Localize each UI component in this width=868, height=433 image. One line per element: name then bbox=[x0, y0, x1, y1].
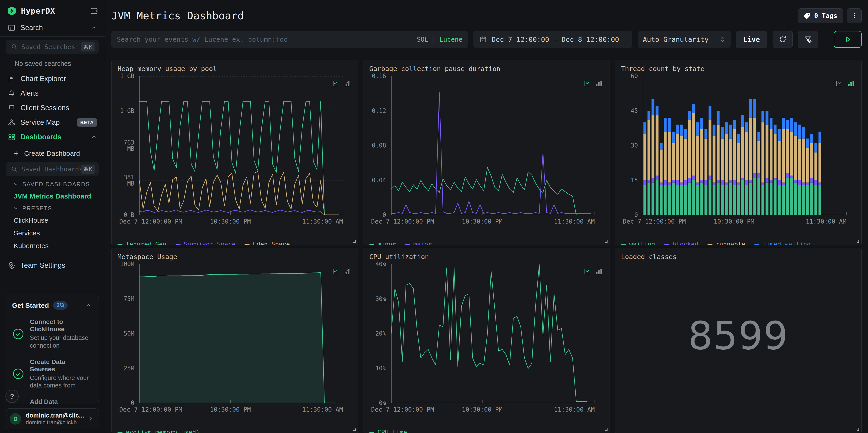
panel-metaspace-usage: Metaspace Usage 100M75M50M25M0Dec 7 12:0… bbox=[111, 248, 358, 433]
page-title: JVM Metrics Dashboard bbox=[111, 9, 244, 22]
event-search-box[interactable]: SQL | Lucene bbox=[111, 31, 468, 48]
chevron-right-icon bbox=[87, 415, 94, 422]
more-options-button[interactable] bbox=[847, 8, 862, 23]
legend-item[interactable]: major bbox=[405, 241, 432, 245]
section-header-label: SAVED DASHBOARDS bbox=[22, 181, 90, 188]
legend-item[interactable]: waiting bbox=[621, 241, 655, 245]
date-range-picker[interactable]: Dec 7 12:00:00 - Dec 8 12:00:00 bbox=[473, 31, 632, 48]
bar-chart-icon[interactable] bbox=[847, 80, 855, 87]
legend-item[interactable]: Survivor Space bbox=[176, 241, 236, 245]
main-content: JVM Metrics Dashboard 0 Tags bbox=[105, 0, 868, 433]
sidebar-item-alerts[interactable]: Client Sessions Alerts bbox=[0, 86, 105, 101]
legend-item[interactable]: runnable bbox=[708, 241, 745, 245]
x-axis-label: 10:30:00 PM bbox=[462, 218, 502, 225]
sidebar-item-team-settings[interactable]: Team Settings bbox=[0, 258, 105, 273]
legend-item[interactable]: CPU time bbox=[369, 429, 407, 433]
resize-handle[interactable] bbox=[857, 240, 859, 243]
chart-area: 40%30%20%10%0%Dec 7 12:00:00 PM10:30:00 … bbox=[369, 264, 604, 426]
line-chart-icon[interactable] bbox=[584, 80, 591, 87]
preset-label: Services bbox=[14, 229, 40, 237]
get-started-step-add-data[interactable]: Add Data Start sending logs, metrics, or… bbox=[12, 398, 92, 404]
panel-view-toggle bbox=[584, 268, 603, 275]
step-title: Create Data Sources bbox=[30, 358, 92, 373]
line-chart-icon[interactable] bbox=[332, 268, 339, 275]
create-dashboard-button[interactable]: Create Dashboard bbox=[0, 147, 105, 160]
chevron-up-icon[interactable] bbox=[85, 302, 92, 309]
resize-handle[interactable] bbox=[857, 428, 859, 431]
saved-dashboards-searchbox[interactable]: ⌘K bbox=[6, 162, 99, 176]
sidebar-item-dashboards[interactable]: Dashboards bbox=[0, 130, 105, 144]
service-map-icon bbox=[8, 119, 16, 126]
live-button[interactable]: Live bbox=[736, 31, 767, 48]
line-chart-icon[interactable] bbox=[332, 80, 339, 87]
granularity-select[interactable]: Auto Granularity bbox=[638, 31, 731, 48]
saved-searches-searchbox[interactable]: ⌘K bbox=[6, 40, 99, 54]
x-axis-label: Dec 7 12:00:00 PM bbox=[371, 406, 434, 413]
run-query-button[interactable] bbox=[834, 31, 862, 48]
sidebar-item-client-sessions[interactable]: Client Sessions bbox=[0, 101, 105, 115]
dashboard-link-label: JVM Metrics Dashboard bbox=[14, 192, 91, 200]
sql-toggle[interactable]: SQL bbox=[417, 36, 428, 43]
legend-item[interactable]: avg(jvm.memory.used) bbox=[118, 429, 200, 433]
sidebar-item-clickhouse[interactable]: ClickHouse bbox=[0, 214, 105, 227]
line-chart-icon[interactable] bbox=[835, 80, 843, 87]
sidebar-item-search[interactable]: Search bbox=[0, 21, 105, 35]
panel-thread-count: Thread count by state 604530150Dec 7 12:… bbox=[615, 60, 862, 245]
lucene-toggle[interactable]: Lucene bbox=[439, 36, 462, 43]
resize-handle[interactable] bbox=[605, 428, 608, 431]
event-search-input[interactable] bbox=[117, 35, 417, 43]
get-started-step-connect[interactable]: Connect to ClickHouse Set up your databa… bbox=[12, 318, 92, 350]
sidebar-item-service-map[interactable]: Service Map BETA bbox=[0, 115, 105, 130]
panel-view-toggle bbox=[332, 268, 351, 275]
tags-button[interactable]: 0 Tags bbox=[798, 8, 843, 23]
chart-explorer-icon bbox=[8, 75, 16, 83]
presets-section-header[interactable]: PRESETS bbox=[0, 203, 105, 214]
user-menu[interactable]: D dominic.tran@clic... dominic.tran@clic… bbox=[5, 408, 99, 429]
chart-legend: avg(jvm.memory.used) bbox=[118, 429, 352, 433]
create-dashboard-label: Create Dashboard bbox=[24, 150, 80, 157]
app-window: HyperDX Search ⌘K No saved searches bbox=[0, 0, 868, 433]
bar-chart-icon[interactable] bbox=[595, 268, 603, 275]
sidebar-item-services[interactable]: Services bbox=[0, 227, 105, 240]
collapse-sidebar-icon[interactable] bbox=[90, 7, 98, 15]
panel-cpu-utilization: CPU utilization 40%30%20%10%0%Dec 7 12:0… bbox=[363, 248, 610, 433]
refresh-button[interactable] bbox=[773, 31, 793, 48]
x-axis-label: 11:30:00 AM bbox=[302, 406, 343, 413]
sidebar-item-jvm-metrics-dashboard[interactable]: JVM Metrics Dashboard bbox=[0, 190, 105, 203]
tag-icon bbox=[804, 12, 811, 19]
sidebar-item-kubernetes[interactable]: Kubernetes bbox=[0, 240, 105, 252]
saved-searches-input[interactable] bbox=[22, 43, 81, 51]
legend-item[interactable]: timed_waiting bbox=[754, 241, 811, 245]
bar-chart-icon[interactable] bbox=[344, 268, 351, 275]
chevron-down-icon bbox=[13, 181, 19, 187]
saved-dashboards-section-header[interactable]: SAVED DASHBOARDS bbox=[0, 179, 105, 190]
legend-item[interactable]: Tenured Gen bbox=[118, 241, 166, 245]
empty-circle-icon bbox=[12, 404, 24, 404]
help-button[interactable]: ? bbox=[5, 390, 19, 403]
hyperdx-logo-icon bbox=[7, 6, 17, 16]
laptop-icon bbox=[8, 104, 16, 112]
search-section-icon bbox=[8, 24, 16, 32]
chart-area: 604530150Dec 7 12:00:00 PM10:30:00 PM11:… bbox=[621, 76, 856, 238]
get-started-step-sources[interactable]: Create Data Sources Configure where your… bbox=[12, 358, 92, 390]
query-language-toggle[interactable]: SQL | Lucene bbox=[417, 36, 462, 43]
resize-handle[interactable] bbox=[353, 240, 356, 243]
x-axis-label: Dec 7 12:00:00 PM bbox=[623, 218, 686, 225]
chart-legend: minormajor bbox=[369, 241, 604, 245]
resize-handle[interactable] bbox=[353, 428, 356, 431]
sidebar-item-label: Team Settings bbox=[21, 261, 65, 270]
sidebar-item-chart-explorer[interactable]: Chart Explorer bbox=[0, 71, 105, 86]
legend-item[interactable]: Eden Space bbox=[245, 241, 290, 245]
x-axis-label: 11:30:00 AM bbox=[554, 218, 595, 225]
sidebar-item-label: Search bbox=[21, 24, 43, 32]
sidebar-item-label: Dashboards bbox=[21, 133, 61, 141]
bar-chart-icon[interactable] bbox=[595, 80, 603, 87]
live-label: Live bbox=[743, 35, 760, 43]
saved-dashboards-input[interactable] bbox=[22, 165, 81, 173]
bar-chart-icon[interactable] bbox=[344, 80, 351, 87]
legend-item[interactable]: minor bbox=[369, 241, 396, 245]
legend-item[interactable]: blocked bbox=[664, 241, 699, 245]
resize-handle[interactable] bbox=[605, 240, 608, 243]
filter-button[interactable] bbox=[798, 31, 818, 48]
line-chart-icon[interactable] bbox=[584, 268, 591, 275]
